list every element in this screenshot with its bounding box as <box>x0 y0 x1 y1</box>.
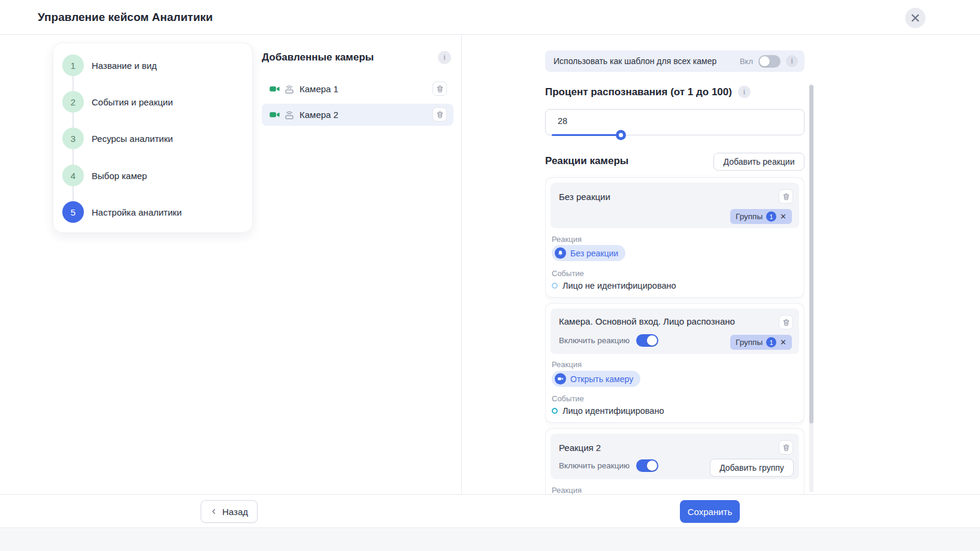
event-label: Событие <box>552 269 584 278</box>
reaction-label: Реакция <box>552 235 582 244</box>
step-label: Название и вид <box>92 60 157 71</box>
event-text: Лицо не идентифицировано <box>562 281 676 290</box>
video-camera-icon <box>269 83 280 95</box>
step-number: 5 <box>62 201 84 223</box>
reaction-pill-label: Без реакции <box>570 249 618 258</box>
info-icon[interactable]: i <box>738 86 751 98</box>
step-item-name-and-type[interactable]: 1 Название и вид <box>53 55 252 76</box>
recognition-slider[interactable] <box>552 134 798 136</box>
event-status-icon <box>552 283 558 289</box>
page-title: Управление кейсом Аналитики <box>38 0 213 35</box>
reaction-pill-label: Открыть камеру <box>570 374 633 384</box>
event-text: Лицо идентифицировано <box>562 406 664 416</box>
delete-reaction-button[interactable] <box>779 315 793 329</box>
camera-reactions-title: Реакции камеры <box>545 155 628 167</box>
template-banner-label: Использовать как шаблон для всех камер <box>553 56 716 66</box>
reaction-card-no-reaction: Без реакции Группы 1 ✕ Реакция Без реакц… <box>545 177 804 298</box>
video-camera-icon <box>269 109 280 120</box>
enable-reaction-toggle[interactable] <box>636 459 658 472</box>
step-label: События и реакции <box>92 97 173 107</box>
groups-count-badge: 1 <box>766 337 776 347</box>
trash-icon <box>782 444 790 452</box>
add-reactions-button[interactable]: Добавить реакции <box>713 153 804 171</box>
camera-list-item-1[interactable]: Камера 1 <box>262 78 453 100</box>
close-button[interactable] <box>905 8 925 28</box>
reaction-card-main-entrance: Камера. Основной вход. Лицо распознано В… <box>545 303 804 423</box>
toggle-knob <box>647 335 657 346</box>
step-label: Ресурсы аналитики <box>92 134 173 144</box>
delete-reaction-button[interactable] <box>779 440 793 455</box>
groups-chip-label: Группы <box>736 212 763 221</box>
reaction-card-title: Камера. Основной вход. Лицо распознано <box>559 316 735 326</box>
reaction-pill-open-camera[interactable]: Открыть камеру <box>552 371 640 387</box>
step-number: 2 <box>62 91 84 113</box>
delete-reaction-button[interactable] <box>779 189 793 204</box>
step-number: 1 <box>62 55 84 76</box>
wifi-device-icon <box>284 110 295 120</box>
template-banner: Использовать как шаблон для всех камер В… <box>545 50 804 72</box>
settings-scrollbar <box>809 84 813 492</box>
reaction-pill-no-reaction[interactable]: Без реакции <box>552 245 625 261</box>
camera-name: Камера 1 <box>300 84 338 94</box>
info-icon[interactable]: i <box>786 55 798 67</box>
added-cameras-title: Добавленные камеры <box>262 52 374 63</box>
step-number: 3 <box>62 128 84 149</box>
slider-knob[interactable] <box>616 130 626 140</box>
step-item-analytics-setup[interactable]: 5 Настройка аналитики <box>53 201 252 223</box>
trash-icon <box>436 111 444 119</box>
bell-icon <box>555 247 566 259</box>
event-status-icon <box>552 408 558 414</box>
groups-chip-label: Группы <box>736 338 763 347</box>
trash-icon <box>436 85 444 93</box>
reaction-card-header: Камера. Основной вход. Лицо распознано В… <box>551 308 799 354</box>
step-item-events-reactions[interactable]: 2 События и реакции <box>53 91 252 113</box>
info-icon[interactable]: i <box>438 51 451 64</box>
recognition-percent-field <box>545 109 804 135</box>
toggle-state-label: Вкл <box>740 57 753 66</box>
save-button[interactable]: Сохранить <box>680 500 740 523</box>
step-number: 4 <box>62 165 84 186</box>
delete-camera-button[interactable] <box>432 107 447 122</box>
close-icon <box>911 14 919 22</box>
enable-reaction-label: Включить реакцию <box>559 461 630 470</box>
wizard-steps-card: 1 Название и вид 2 События и реакции 3 Р… <box>53 43 253 233</box>
event-row: Лицо не идентифицировано <box>552 281 676 290</box>
reaction-label: Реакция <box>552 486 582 495</box>
vertical-divider <box>461 35 462 494</box>
enable-reaction-label: Включить реакцию <box>559 336 630 345</box>
add-group-button[interactable]: Добавить группу <box>710 459 794 477</box>
remove-groups-icon[interactable]: ✕ <box>780 338 787 346</box>
wifi-device-icon <box>284 84 295 95</box>
scrollbar-thumb[interactable] <box>809 85 813 423</box>
event-label: Событие <box>552 394 584 403</box>
trash-icon <box>782 193 790 201</box>
back-button[interactable]: Назад <box>201 500 258 523</box>
step-item-analytics-resources[interactable]: 3 Ресурсы аналитики <box>53 128 252 149</box>
camera-list-item-2[interactable]: Камера 2 <box>262 104 453 126</box>
reaction-card-title: Реакция 2 <box>559 443 601 453</box>
groups-chip[interactable]: Группы 1 ✕ <box>730 335 792 350</box>
analytics-settings-panel: Использовать как шаблон для всех камер В… <box>545 35 804 495</box>
modal-header: Управление кейсом Аналитики <box>0 0 980 35</box>
enable-reaction-toggle[interactable] <box>636 334 658 347</box>
reaction-card-header: Без реакции Группы 1 ✕ <box>551 183 799 228</box>
step-label: Настройка аналитики <box>92 207 182 217</box>
groups-chip[interactable]: Группы 1 ✕ <box>730 209 792 224</box>
reaction-label: Реакция <box>552 360 582 369</box>
recognition-percent-title: Процент распознавания (от 1 до 100) <box>545 86 732 98</box>
camera-icon <box>555 373 566 385</box>
delete-camera-button[interactable] <box>432 81 447 96</box>
modal-footer: Назад Сохранить <box>0 494 980 528</box>
recognition-percent-input[interactable] <box>558 116 785 126</box>
slider-fill <box>552 134 621 136</box>
reaction-card-header: Реакция 2 Включить реакцию Добавить груп… <box>551 434 799 479</box>
page-background-strip <box>0 529 980 551</box>
analytics-case-modal: Управление кейсом Аналитики 1 Название и… <box>0 0 980 551</box>
step-item-camera-selection[interactable]: 4 Выбор камер <box>53 165 252 186</box>
reaction-card-title: Без реакции <box>559 192 610 202</box>
template-toggle[interactable] <box>758 55 781 68</box>
remove-groups-icon[interactable]: ✕ <box>780 213 787 220</box>
toggle-knob <box>647 461 657 471</box>
back-button-label: Назад <box>222 507 248 517</box>
event-row: Лицо идентифицировано <box>552 406 664 416</box>
